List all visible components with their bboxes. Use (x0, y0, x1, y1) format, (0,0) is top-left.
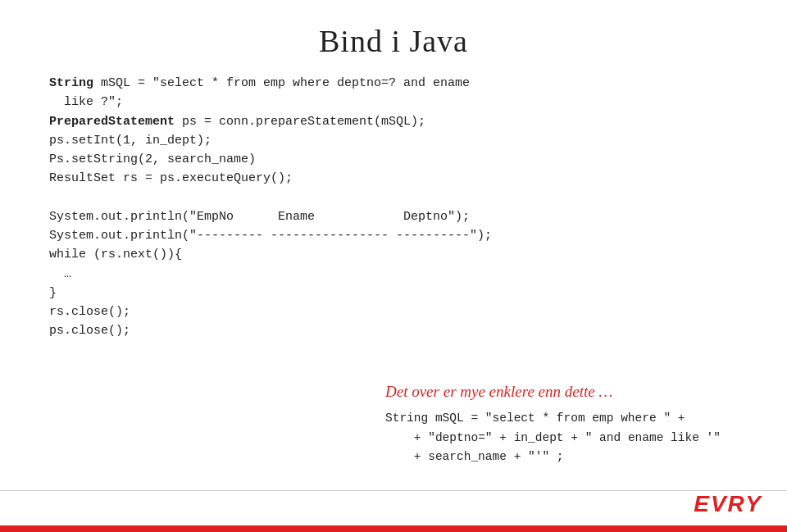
evry-logo: EVRY (694, 491, 762, 517)
bottom-bar (0, 525, 787, 532)
right-section: Det over er mye enklere enn dette … Stri… (361, 74, 738, 532)
left-code-block: String mSQL = "select * from emp where d… (49, 74, 361, 341)
evry-logo-text: EVRY (694, 491, 762, 516)
right-string-3: " and ename like '" (585, 431, 721, 444)
highlight-text: Det over er mye enklere enn dette … (385, 383, 738, 401)
title-section: Bind i Java (0, 0, 787, 74)
right-string-2: "deptno=" (428, 431, 492, 444)
punctuation-1: ; (116, 95, 123, 109)
left-code-section: String mSQL = "select * from emp where d… (49, 74, 361, 532)
keyword-prepared: PreparedStatement (49, 115, 175, 129)
right-string-1: "select * from emp where " (485, 412, 671, 425)
divider-line (0, 490, 787, 491)
right-code-block: String mSQL = "select * from emp where "… (385, 409, 738, 466)
right-string-4: "'" (528, 450, 549, 463)
keyword-string-right: String (385, 412, 428, 425)
content-area: String mSQL = "select * from emp where d… (0, 74, 787, 532)
keyword-string: String (49, 76, 93, 90)
page: Bind i Java String mSQL = "select * from… (0, 0, 787, 532)
page-title: Bind i Java (0, 23, 787, 59)
